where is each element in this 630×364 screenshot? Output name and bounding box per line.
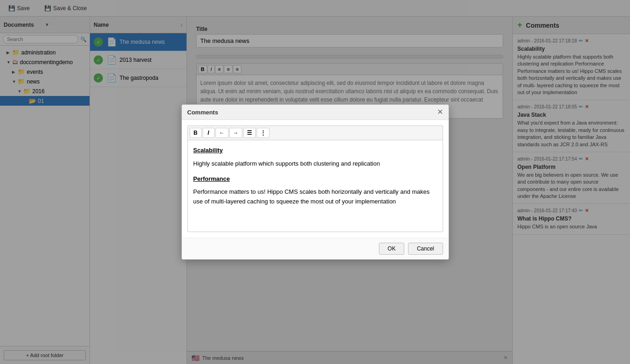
dialog-close-button[interactable]: ✕ <box>437 108 443 116</box>
dialog-title: Comments <box>187 109 437 116</box>
dialog-body: B I ← → ☰ ⋮ Scalability Highly scalable … <box>182 120 449 238</box>
dialog-para-1: Highly scalable platform which supports … <box>193 159 437 169</box>
dialog-unordered-list-button[interactable]: ⋮ <box>257 128 270 138</box>
dialog-ok-button[interactable]: OK <box>379 243 404 255</box>
dialog-heading-2: Performance <box>193 174 437 184</box>
dialog-undo-button[interactable]: ← <box>216 128 228 138</box>
dialog-rte-content[interactable]: Scalability Highly scalable platform whi… <box>187 140 443 232</box>
dialog-heading-1: Scalability <box>193 146 437 155</box>
dialog-cancel-button[interactable]: Cancel <box>408 243 443 255</box>
dialog-header: Comments ✕ <box>182 105 449 120</box>
comments-dialog: Comments ✕ B I ← → ☰ ⋮ Scalability Highl… <box>181 104 449 260</box>
dialog-para-2: Performance matters to us! Hippo CMS sca… <box>193 187 437 207</box>
dialog-bold-button[interactable]: B <box>190 128 202 138</box>
dialog-italic-button[interactable]: I <box>203 128 215 138</box>
dialog-overlay: Comments ✕ B I ← → ☰ ⋮ Scalability Highl… <box>0 0 630 364</box>
dialog-redo-button[interactable]: → <box>229 128 242 138</box>
dialog-footer: OK Cancel <box>182 238 449 259</box>
dialog-rte-toolbar: B I ← → ☰ ⋮ <box>187 125 443 140</box>
dialog-ordered-list-button[interactable]: ☰ <box>243 128 256 138</box>
